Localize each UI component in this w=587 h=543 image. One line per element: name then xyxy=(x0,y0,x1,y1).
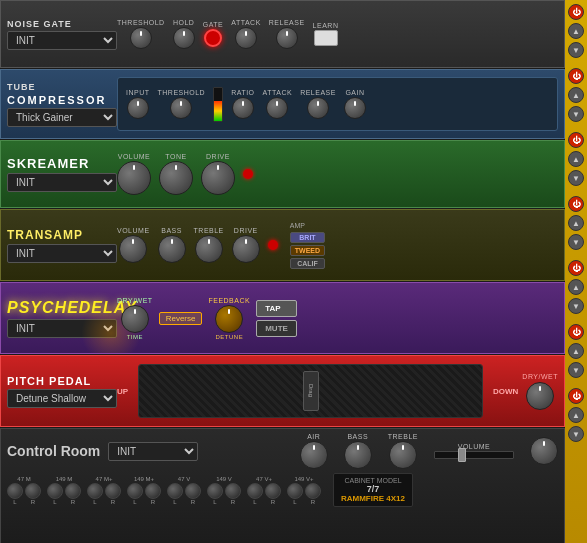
down-btn-5[interactable]: ▼ xyxy=(568,298,584,314)
ch5-r-knob[interactable] xyxy=(185,483,201,499)
up-btn-2[interactable]: ▲ xyxy=(568,87,584,103)
comp-attack-knob[interactable] xyxy=(266,97,288,119)
mixer-ch-3: 47 M+ L R xyxy=(87,476,121,505)
ch1-l-knob[interactable] xyxy=(7,483,23,499)
up-btn-5[interactable]: ▲ xyxy=(568,279,584,295)
ch6-r-knob[interactable] xyxy=(225,483,241,499)
ch3-r-knob[interactable] xyxy=(105,483,121,499)
down-btn-1[interactable]: ▼ xyxy=(568,42,584,58)
up-btn-1[interactable]: ▲ xyxy=(568,23,584,39)
ch2-r-knob[interactable] xyxy=(65,483,81,499)
ch4-r-knob[interactable] xyxy=(145,483,161,499)
ta-treble-knob[interactable] xyxy=(195,235,223,263)
pitch-pedal-preset[interactable]: Detune Shallow xyxy=(7,389,117,408)
power-btn-3[interactable]: ⏻ xyxy=(568,132,584,148)
pd-mute-button[interactable]: MUTE xyxy=(256,320,297,337)
ng-gate-indicator[interactable] xyxy=(204,29,222,47)
ng-hold-knob[interactable] xyxy=(173,27,195,49)
amp-calif-button[interactable]: CALIF xyxy=(290,258,325,269)
comp-attack-group: ATTACK xyxy=(263,89,293,119)
ch2-l-label: L xyxy=(53,499,56,505)
ch4-r: R xyxy=(145,483,161,505)
sk-tone-knob[interactable] xyxy=(159,161,193,195)
comp-input-knob[interactable] xyxy=(127,97,149,119)
ch2-l-knob[interactable] xyxy=(47,483,63,499)
pedal-drywet-label: DRY/WET xyxy=(522,373,558,380)
ch3-l-knob[interactable] xyxy=(87,483,103,499)
amp-tweed-button[interactable]: TWEED xyxy=(290,245,325,256)
up-btn-3[interactable]: ▲ xyxy=(568,151,584,167)
power-btn-4[interactable]: ⏻ xyxy=(568,196,584,212)
ch1-r-label: R xyxy=(31,499,35,505)
comp-release-knob[interactable] xyxy=(307,97,329,119)
power-btn-1[interactable]: ⏻ xyxy=(568,4,584,20)
ch1-r-knob[interactable] xyxy=(25,483,41,499)
ta-bass-knob[interactable] xyxy=(158,235,186,263)
pd-reverse-btn[interactable]: Reverse xyxy=(159,312,203,325)
down-btn-3[interactable]: ▼ xyxy=(568,170,584,186)
down-btn-7[interactable]: ▼ xyxy=(568,426,584,442)
ta-volume-knob[interactable] xyxy=(119,235,147,263)
down-btn-6[interactable]: ▼ xyxy=(568,362,584,378)
up-btn-6[interactable]: ▲ xyxy=(568,343,584,359)
comp-gain-group: GAIN xyxy=(344,89,366,119)
down-btn-2[interactable]: ▼ xyxy=(568,106,584,122)
side-rail: ⏻ ▲ ▼ ⏻ ▲ ▼ ⏻ ▲ ▼ ⏻ ▲ ▼ ⏻ ▲ ▼ ⏻ ▲ ▼ xyxy=(565,0,587,543)
up-btn-7[interactable]: ▲ xyxy=(568,407,584,423)
comp-gain-label: GAIN xyxy=(345,89,364,96)
ch3-r-label: R xyxy=(111,499,115,505)
cr-air-knob[interactable] xyxy=(300,441,328,469)
up-btn-4[interactable]: ▲ xyxy=(568,215,584,231)
ch5-label: 47 V xyxy=(178,476,190,482)
sk-drive-knob[interactable] xyxy=(201,161,235,195)
ta-drive-knob[interactable] xyxy=(232,235,260,263)
ng-release-knob[interactable] xyxy=(276,27,298,49)
control-room-preset[interactable]: INIT xyxy=(108,442,198,461)
transamp-section: TRANSAMP INIT VOLUME BASS TREBLE xyxy=(0,209,565,281)
cr-master-knob[interactable] xyxy=(530,437,558,465)
control-room-label: Control Room xyxy=(7,443,100,459)
pd-feedback-knob[interactable] xyxy=(215,305,243,333)
power-btn-7[interactable]: ⏻ xyxy=(568,388,584,404)
ch4-l-knob[interactable] xyxy=(127,483,143,499)
ch2-r: R xyxy=(65,483,81,505)
pedal-drag-indicator[interactable]: Drag xyxy=(303,371,319,411)
comp-ratio-knob[interactable] xyxy=(232,97,254,119)
comp-gain-knob[interactable] xyxy=(344,97,366,119)
pd-drywet-knob[interactable] xyxy=(121,305,149,333)
ng-learn-label: LEARN xyxy=(313,22,339,29)
ch7-l-label: L xyxy=(253,499,256,505)
ch5-l-knob[interactable] xyxy=(167,483,183,499)
skreamer-label: SKREAMER xyxy=(7,156,117,171)
cr-treble-knob[interactable] xyxy=(389,441,417,469)
psychedelay-section: PSYCHEDELAY INIT Dry/Wet Time Reverse Fe… xyxy=(0,282,565,354)
ch7-l-knob[interactable] xyxy=(247,483,263,499)
ch8-l-knob[interactable] xyxy=(287,483,303,499)
skreamer-preset[interactable]: INIT xyxy=(7,173,117,192)
ng-threshold-knob[interactable] xyxy=(130,27,152,49)
cr-bass-knob[interactable] xyxy=(344,441,372,469)
ta-treble-label: TREBLE xyxy=(194,227,224,234)
tube-compressor-preset[interactable]: Thick Gainer xyxy=(7,108,117,127)
ch6-l-knob[interactable] xyxy=(207,483,223,499)
ch7-lr: L R xyxy=(247,483,281,505)
ch8-r-knob[interactable] xyxy=(305,483,321,499)
power-btn-5[interactable]: ⏻ xyxy=(568,260,584,276)
pd-tap-button[interactable]: TAP xyxy=(256,300,297,317)
cr-volume-fader[interactable] xyxy=(434,451,514,459)
control-room-bottom-row: 47 M L R 149 M xyxy=(7,473,558,507)
down-btn-4[interactable]: ▼ xyxy=(568,234,584,250)
comp-threshold-knob[interactable] xyxy=(170,97,192,119)
noise-gate-section: NOISE GATE INIT THRESHOLD HOLD GATE xyxy=(0,0,565,68)
amp-brit-button[interactable]: BRIT xyxy=(290,232,325,243)
transamp-preset[interactable]: INIT xyxy=(7,244,117,263)
ng-attack-knob[interactable] xyxy=(235,27,257,49)
ng-learn-button[interactable] xyxy=(314,30,338,46)
power-btn-6[interactable]: ⏻ xyxy=(568,324,584,340)
power-btn-2[interactable]: ⏻ xyxy=(568,68,584,84)
ch7-r-knob[interactable] xyxy=(265,483,281,499)
sk-volume-knob[interactable] xyxy=(117,161,151,195)
rail-group-3: ⏻ ▲ ▼ xyxy=(568,132,584,188)
pedal-drywet-knob[interactable] xyxy=(526,382,554,410)
noise-gate-preset[interactable]: INIT xyxy=(7,31,117,50)
